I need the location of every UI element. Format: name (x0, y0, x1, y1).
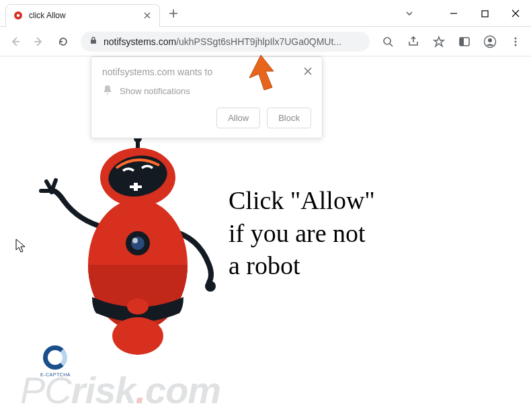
window-close-button[interactable] (500, 0, 531, 27)
toolbar: notifsystems.com/ukhPSSgt6sHHT9jhlpIlx7U… (0, 27, 531, 56)
headline-line-1: Click "Allow" (229, 184, 375, 217)
back-button[interactable] (4, 31, 26, 52)
url-text: notifsystems.com/ukhPSSgt6sHHT9jhlpIlx7U… (104, 36, 341, 47)
prompt-close-icon[interactable] (302, 65, 314, 77)
url-domain: notifsystems.com (104, 36, 176, 47)
svg-point-22 (112, 317, 163, 355)
prompt-origin-text: notifsystems.com wants to (102, 67, 311, 77)
bookmark-icon[interactable] (427, 31, 450, 52)
share-icon[interactable] (402, 31, 425, 52)
svg-point-10 (515, 40, 517, 42)
notification-prompt: notifsystems.com wants to Show notificat… (91, 56, 323, 138)
tab-search-icon[interactable] (394, 0, 425, 27)
svg-point-11 (515, 44, 517, 46)
address-bar[interactable]: notifsystems.com/ukhPSSgt6sHHT9jhlpIlx7U… (81, 32, 370, 52)
mouse-cursor-icon (15, 238, 27, 254)
svg-point-1 (17, 14, 19, 17)
svg-point-16 (205, 281, 216, 292)
headline: Click "Allow" if you are not a robot (229, 184, 375, 282)
pointer-arrow-icon (245, 55, 276, 90)
lock-icon (89, 36, 98, 48)
tab-close-icon[interactable] (142, 10, 153, 21)
menu-icon[interactable] (504, 31, 527, 52)
reload-button[interactable] (52, 31, 74, 52)
bell-icon (102, 84, 113, 98)
svg-rect-3 (91, 40, 96, 44)
captcha-logo-icon (43, 345, 67, 370)
browser-tab[interactable]: click Allow (5, 4, 160, 27)
svg-rect-6 (460, 38, 464, 46)
allow-button[interactable]: Allow (216, 108, 260, 128)
window-maximize-button[interactable] (469, 0, 500, 27)
window-controls (394, 0, 531, 27)
prompt-permission-label: Show notifications (120, 86, 190, 96)
headline-line-2: if you are not (229, 217, 375, 250)
zoom-icon[interactable] (376, 31, 399, 52)
svg-rect-2 (482, 11, 488, 17)
prompt-actions: Allow Block (102, 108, 311, 128)
watermark: PCrisk.com (20, 368, 220, 412)
prompt-permission-row: Show notifications (102, 84, 311, 98)
block-button[interactable]: Block (267, 108, 311, 128)
svg-point-4 (384, 38, 391, 44)
profile-icon[interactable] (479, 31, 501, 52)
svg-point-9 (515, 37, 517, 39)
svg-point-20 (132, 238, 138, 243)
svg-point-19 (131, 237, 145, 250)
robot-icon (37, 130, 225, 366)
headline-line-3: a robot (229, 249, 375, 282)
url-path: /ukhPSSgt6sHHT9jhlpIlx7UGa0QMUt... (176, 36, 341, 47)
tab-favicon-icon (13, 10, 24, 21)
side-panel-icon[interactable] (453, 31, 476, 52)
svg-point-8 (488, 38, 492, 42)
forward-button[interactable] (28, 31, 50, 52)
titlebar: click Allow (0, 0, 531, 27)
page-content: notifsystems.com wants to Show notificat… (0, 56, 531, 420)
window-minimize-button[interactable] (438, 0, 469, 27)
svg-point-21 (127, 298, 149, 314)
tab-title: click Allow (29, 11, 136, 20)
new-tab-button[interactable] (164, 4, 183, 23)
